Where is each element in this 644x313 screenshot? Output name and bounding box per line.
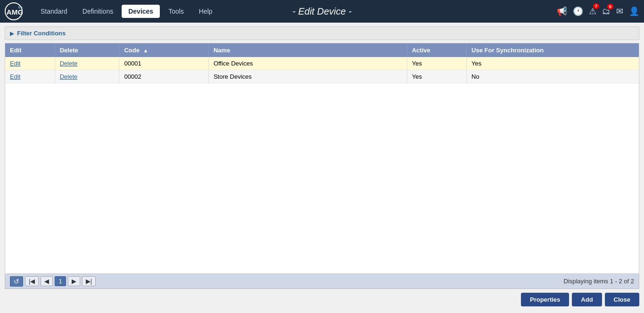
megaphone-icon[interactable]: 📢 [557,6,567,16]
edit-cell: Edit [5,57,55,70]
delete-link[interactable]: Delete [60,60,78,67]
edit-cell: Edit [5,70,55,83]
filter-bar[interactable]: ▶ Filter Conditions [5,26,639,40]
col-header-active[interactable]: Active [407,43,466,57]
active-cell: Yes [407,70,466,83]
nav-item-devices[interactable]: Devices [122,5,160,18]
sync-cell: No [467,70,639,83]
delete-cell: Delete [55,57,119,70]
clock-icon[interactable]: 🕐 [573,6,583,16]
close-button[interactable]: Close [605,293,639,306]
name-cell: Store Devices [208,70,407,83]
nav-item-help[interactable]: Help [192,5,219,18]
active-cell: Yes [407,57,466,70]
folder-badge: 6 [607,4,613,9]
pagination-bar: ↺ |◀ ◀ 1 ▶ ▶| Displaying items 1 - 2 of … [5,274,639,289]
bottom-bar: Properties Add Close [0,289,644,310]
prev-page-button[interactable]: ◀ [41,276,53,286]
delete-link[interactable]: Delete [60,73,78,80]
folder-icon[interactable]: 🗂 6 [602,7,611,16]
col-header-code[interactable]: Code ▲ [119,43,208,57]
user-icon[interactable]: 👤 [629,6,639,16]
alert-icon[interactable]: ⚠ 7 [589,6,596,16]
edit-link[interactable]: Edit [10,60,20,67]
page-title: - Edit Device - [292,6,352,17]
nav-item-tools[interactable]: Tools [162,5,190,18]
properties-button[interactable]: Properties [521,293,569,306]
col-header-sync[interactable]: Use For Synchronization [467,43,639,57]
mail-icon[interactable]: ✉ [616,6,623,16]
filter-label: Filter Conditions [17,30,66,37]
table-container: Edit Delete Code ▲ Name Active Use For S… [5,43,639,274]
refresh-button[interactable]: ↺ [10,276,23,287]
last-page-button[interactable]: ▶| [82,276,96,286]
data-table: Edit Delete Code ▲ Name Active Use For S… [5,43,639,83]
header: AMG time Standard Definitions Devices To… [0,0,644,23]
content: ▶ Filter Conditions Edit Delete Code ▲ N… [0,23,644,289]
logo: AMG time [5,2,25,20]
code-cell: 00002 [119,70,208,83]
filter-arrow-icon: ▶ [10,30,14,37]
table-row: Edit Delete 00001 Office Devices Yes Yes [5,57,639,70]
header-icons: 📢 🕐 ⚠ 7 🗂 6 ✉ 👤 [557,6,639,16]
logo-icon: AMG time [5,2,23,20]
current-page-button[interactable]: 1 [55,276,66,286]
code-cell: 00001 [119,57,208,70]
sync-cell: Yes [467,57,639,70]
col-header-edit[interactable]: Edit [5,43,55,57]
col-header-delete[interactable]: Delete [55,43,119,57]
svg-text:time: time [18,6,23,9]
nav-item-standard[interactable]: Standard [34,5,74,18]
name-cell: Office Devices [208,57,407,70]
first-page-button[interactable]: |◀ [25,276,39,286]
table-row: Edit Delete 00002 Store Devices Yes No [5,70,639,83]
edit-link[interactable]: Edit [10,73,20,80]
next-page-button[interactable]: ▶ [68,276,80,286]
pagination-status: Displaying items 1 - 2 of 2 [563,278,634,285]
table-header-row: Edit Delete Code ▲ Name Active Use For S… [5,43,639,57]
nav-item-definitions[interactable]: Definitions [76,5,120,18]
alert-badge: 7 [593,3,599,9]
add-button[interactable]: Add [572,293,602,306]
delete-cell: Delete [55,70,119,83]
sort-asc-icon: ▲ [143,48,149,53]
table-body: Edit Delete 00001 Office Devices Yes Yes… [5,57,639,83]
col-header-name[interactable]: Name [208,43,407,57]
